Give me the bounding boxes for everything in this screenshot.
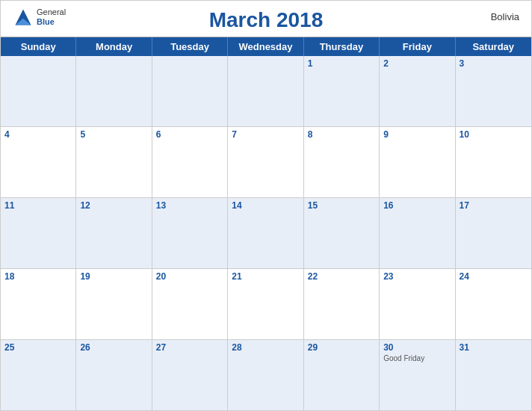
day-number: 25	[4, 342, 72, 353]
day-header-wednesday: Wednesday	[228, 37, 303, 56]
day-number: 13	[156, 200, 223, 211]
day-number: 21	[232, 271, 299, 282]
day-number: 18	[4, 271, 72, 282]
day-number: 8	[308, 129, 375, 140]
day-cell: 3	[456, 56, 531, 126]
day-cell: 17	[456, 198, 531, 268]
logo-blue-text: Blue	[37, 17, 66, 27]
day-number: 15	[308, 200, 375, 211]
day-cell: 10	[456, 127, 531, 197]
day-cell: 9	[380, 127, 455, 197]
day-number: 9	[383, 129, 451, 140]
day-header-thursday: Thursday	[304, 37, 380, 56]
day-cell: 31	[456, 340, 531, 410]
day-number: 30	[383, 342, 451, 353]
day-number: 5	[80, 129, 147, 140]
day-cell: 15	[304, 198, 380, 268]
day-cell: 8	[304, 127, 380, 197]
day-headers-row: SundayMondayTuesdayWednesdayThursdayFrid…	[1, 37, 531, 56]
day-number: 14	[232, 200, 299, 211]
day-number: 1	[308, 58, 375, 69]
day-number: 17	[460, 200, 528, 211]
day-cell	[1, 56, 76, 126]
day-cell: 16	[380, 198, 455, 268]
day-header-monday: Monday	[76, 37, 152, 56]
day-header-sunday: Sunday	[1, 37, 76, 56]
country-label: Bolivia	[491, 11, 519, 22]
day-cell: 25	[1, 340, 76, 410]
day-cell: 4	[1, 127, 76, 197]
day-cell: 19	[76, 269, 152, 339]
day-number: 3	[460, 58, 528, 69]
day-cell: 14	[228, 198, 303, 268]
day-number: 16	[383, 200, 451, 211]
day-cell	[76, 56, 152, 126]
day-number: 12	[80, 200, 147, 211]
day-number: 19	[80, 271, 147, 282]
day-cell: 23	[380, 269, 455, 339]
calendar: General Blue March 2018 Bolivia SundayMo…	[0, 0, 532, 411]
month-title: March 2018	[209, 8, 324, 32]
day-number: 20	[156, 271, 223, 282]
day-cell: 30Good Friday	[380, 340, 455, 410]
day-number: 6	[156, 129, 223, 140]
day-number: 23	[383, 271, 451, 282]
day-cell: 12	[76, 198, 152, 268]
day-cell: 18	[1, 269, 76, 339]
logo: General Blue	[13, 7, 66, 28]
day-number: 2	[383, 58, 451, 69]
week-row-5: 252627282930Good Friday31	[1, 340, 531, 410]
day-cell: 13	[152, 198, 228, 268]
day-cell: 5	[76, 127, 152, 197]
day-header-saturday: Saturday	[456, 37, 531, 56]
weeks-container: 1234567891011121314151617181920212223242…	[1, 56, 531, 410]
day-cell: 20	[152, 269, 228, 339]
day-cell: 6	[152, 127, 228, 197]
day-number: 22	[308, 271, 375, 282]
day-cell: 11	[1, 198, 76, 268]
day-number: 31	[460, 342, 528, 353]
week-row-1: 123	[1, 56, 531, 127]
day-number: 4	[4, 129, 72, 140]
day-cell: 28	[228, 340, 303, 410]
day-cell: 27	[152, 340, 228, 410]
day-number: 27	[156, 342, 223, 353]
day-event: Good Friday	[383, 354, 451, 362]
day-cell: 21	[228, 269, 303, 339]
day-number: 7	[232, 129, 299, 140]
day-cell: 24	[456, 269, 531, 339]
day-cell: 1	[304, 56, 380, 126]
week-row-3: 11121314151617	[1, 198, 531, 269]
day-number: 24	[460, 271, 528, 282]
week-row-2: 45678910	[1, 127, 531, 198]
day-cell: 22	[304, 269, 380, 339]
calendar-header: General Blue March 2018 Bolivia	[1, 1, 531, 37]
logo-general-text: General	[37, 7, 66, 17]
day-cell: 26	[76, 340, 152, 410]
day-cell: 29	[304, 340, 380, 410]
calendar-grid: SundayMondayTuesdayWednesdayThursdayFrid…	[1, 37, 531, 410]
day-number: 29	[308, 342, 375, 353]
day-cell: 2	[380, 56, 455, 126]
day-number: 26	[80, 342, 147, 353]
day-number: 11	[4, 200, 72, 211]
day-number: 28	[232, 342, 299, 353]
day-cell	[228, 56, 303, 126]
week-row-4: 18192021222324	[1, 269, 531, 340]
day-header-tuesday: Tuesday	[152, 37, 228, 56]
day-cell: 7	[228, 127, 303, 197]
day-cell	[152, 56, 228, 126]
day-number: 10	[460, 129, 528, 140]
logo-icon	[13, 7, 34, 28]
day-header-friday: Friday	[380, 37, 455, 56]
